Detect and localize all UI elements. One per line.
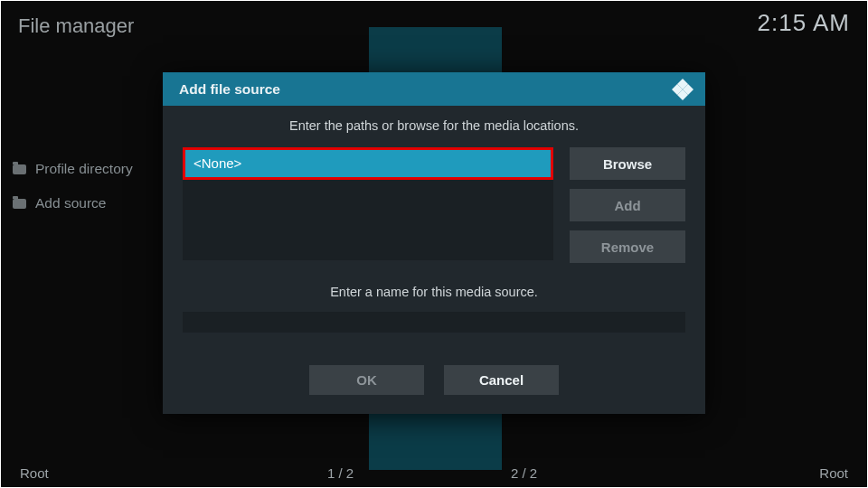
path-input[interactable]: <None> — [183, 147, 553, 180]
footer-root-right: Root — [819, 465, 848, 481]
footer-root-left: Root — [20, 465, 49, 481]
dialog-titlebar: Add file source — [163, 72, 705, 106]
source-name-input[interactable] — [183, 312, 685, 333]
sidebar-item-label: Add source — [35, 195, 106, 211]
folder-icon — [13, 199, 26, 209]
footer: Root 1 / 2 2 / 2 Root — [0, 457, 868, 488]
kodi-logo-icon — [671, 78, 694, 101]
dialog-title: Add file source — [179, 81, 280, 98]
add-button[interactable]: Add — [570, 189, 685, 221]
footer-pager-left: 1 / 2 — [327, 465, 354, 481]
ok-button[interactable]: OK — [309, 365, 424, 395]
sidebar-item-label: Profile directory — [35, 161, 133, 177]
remove-button[interactable]: Remove — [570, 230, 685, 263]
paths-prompt: Enter the paths or browse for the media … — [183, 118, 685, 133]
cancel-button[interactable]: Cancel — [444, 365, 559, 395]
paths-list: <None> — [183, 147, 553, 260]
page-title: File manager — [18, 14, 134, 38]
add-file-source-dialog: Add file source Enter the paths or brows… — [163, 72, 705, 414]
name-prompt: Enter a name for this media source. — [183, 285, 685, 299]
browse-button[interactable]: Browse — [570, 147, 685, 180]
clock: 2:15 AM — [758, 9, 850, 37]
folder-icon — [13, 164, 26, 174]
footer-pager-right: 2 / 2 — [511, 465, 537, 481]
